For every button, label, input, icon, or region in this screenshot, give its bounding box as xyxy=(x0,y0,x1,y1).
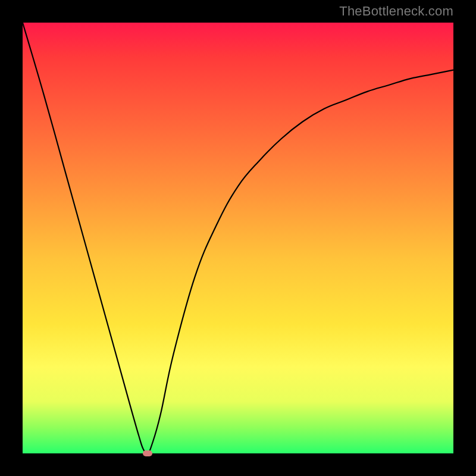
plot-area xyxy=(23,23,453,453)
chart-container: TheBottleneck.com xyxy=(0,0,476,476)
curve-line xyxy=(23,23,453,453)
bottleneck-curve xyxy=(23,23,453,453)
watermark-text: TheBottleneck.com xyxy=(339,4,453,19)
minimum-marker xyxy=(143,450,152,456)
